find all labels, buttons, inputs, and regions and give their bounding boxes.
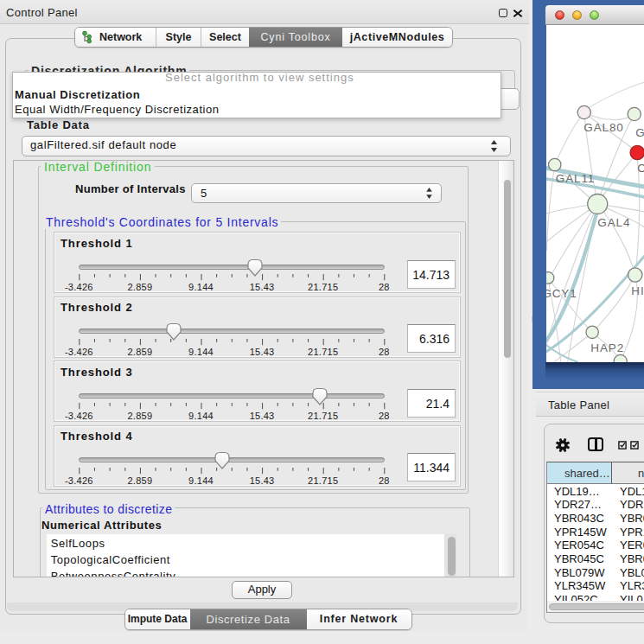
svg-text:GA: GA <box>635 126 644 139</box>
svg-text:GAL11: GAL11 <box>555 172 595 185</box>
svg-text:GAL4: GAL4 <box>597 216 630 229</box>
svg-text:HAP2: HAP2 <box>590 341 624 354</box>
svg-text:HI: HI <box>631 284 644 297</box>
svg-text:GAL80: GAL80 <box>583 121 624 134</box>
svg-text:C: C <box>637 162 644 175</box>
svg-text:GCY1: GCY1 <box>546 287 577 300</box>
